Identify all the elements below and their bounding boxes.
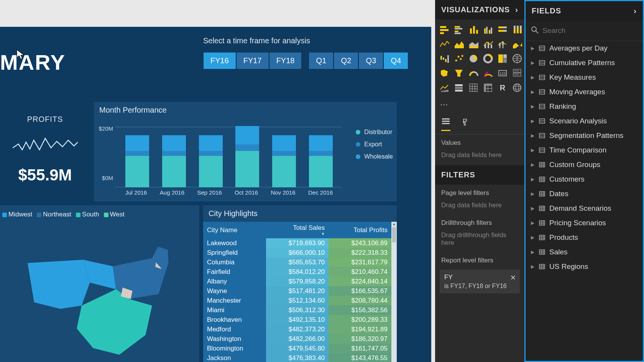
waterfall-icon[interactable] (438, 52, 450, 65)
table-row[interactable]: Fairfield$584,012.20$210,460.74 (203, 267, 391, 277)
card-icon[interactable]: 123 (496, 67, 509, 79)
field-demand-scenarios[interactable]: ▶Demand Scenarios (526, 201, 643, 216)
line-clustered-icon[interactable] (482, 38, 494, 50)
field-sales[interactable]: ▶Sales (526, 245, 643, 259)
report-canvas[interactable]: MARY Select a time frame for analysis FY… (0, 0, 435, 362)
treemap-icon[interactable] (496, 52, 509, 65)
legend-item[interactable]: Export (356, 141, 393, 148)
scroll-thumb[interactable] (392, 227, 396, 242)
kpi-icon[interactable] (438, 82, 450, 94)
column-header[interactable]: Total Sales▼ (266, 222, 329, 238)
stacked-bar-icon[interactable] (438, 23, 450, 36)
filled-map-icon[interactable] (438, 67, 450, 79)
scroll-up-icon[interactable]: ▲ (391, 222, 397, 227)
slicer-q4[interactable]: Q4 (383, 52, 408, 69)
scatter-icon[interactable] (453, 52, 465, 65)
table-row[interactable]: Jackson$476,383.40$143,476.55 (203, 353, 391, 362)
field-pricing-scenarios[interactable]: ▶Pricing Scenarios (526, 216, 643, 230)
line-stacked-icon[interactable] (496, 38, 509, 50)
slicer-fy16[interactable]: FY16 (203, 52, 236, 69)
page-filters-drop[interactable]: Drag data fields here (435, 199, 524, 215)
fields-search[interactable] (526, 21, 643, 41)
fields-search-input[interactable] (542, 26, 637, 35)
table-row[interactable]: Lakewood$719,693.90$243,106.89 (203, 238, 391, 248)
table-row[interactable]: Albany$579,858.20$224,840.14 (203, 277, 391, 286)
field-moving-averages[interactable]: ▶Moving Averages (526, 85, 643, 99)
stacked-column-icon[interactable] (467, 23, 480, 36)
field-averages-per-day[interactable]: ▶Averages per Day (526, 41, 643, 56)
slicer-fy17[interactable]: FY17 (236, 52, 269, 69)
filters-header[interactable]: FILTERS (435, 165, 524, 185)
arc-icon[interactable] (482, 67, 494, 79)
table-row[interactable]: Wayne$517,481.20$166,535.67 (203, 286, 391, 296)
visualizations-header[interactable]: VISUALIZATIONS › (435, 0, 524, 20)
column-header[interactable]: Total Profits (329, 222, 391, 238)
r-visual-icon[interactable]: R (496, 82, 509, 94)
field-customers[interactable]: ▶Customers (526, 172, 643, 187)
city-table[interactable]: City NameTotal Sales▼Total Profits Lakew… (203, 222, 391, 362)
field-dates[interactable]: ▶Dates (526, 187, 643, 201)
table-icon[interactable] (467, 82, 480, 94)
field-cumulative-patterns[interactable]: ▶Cumulative Patterns (526, 56, 643, 70)
field-custom-groups[interactable]: ▶Custom Groups (526, 157, 643, 172)
gauge-icon[interactable] (467, 67, 480, 79)
profits-card[interactable]: PROFITS $55.9M (0, 103, 90, 192)
field-segmentation-patterns[interactable]: ▶Segmentation Patterns (526, 128, 643, 143)
more-visuals-button[interactable]: … (435, 98, 524, 112)
chevron-right-icon[interactable]: › (634, 7, 637, 15)
field-key-measures[interactable]: ▶Key Measures (526, 70, 643, 85)
map-legend-item[interactable]: South (76, 211, 99, 218)
field-products[interactable]: ▶Products (526, 230, 643, 245)
drillthrough-filters-drop[interactable]: Drag drillthrough fields here (435, 229, 524, 252)
arcgis-icon[interactable] (511, 82, 523, 94)
fields-header[interactable]: FIELDS › (526, 1, 643, 21)
ribbon-icon[interactable] (511, 38, 523, 50)
values-well-drop[interactable]: Drag data fields here (435, 149, 524, 165)
stacked-area-icon[interactable] (467, 38, 480, 50)
fields-tab[interactable] (441, 115, 450, 131)
legend-item[interactable]: Distributor (356, 129, 393, 136)
donut-icon[interactable] (482, 52, 494, 65)
map-card[interactable]: MidwestNortheastSouthWest (0, 205, 199, 362)
legend-item[interactable]: Wholesale (356, 153, 393, 160)
table-scrollbar[interactable]: ▲ ▼ (391, 222, 397, 362)
line-icon[interactable] (438, 38, 450, 50)
matrix-icon[interactable] (482, 82, 494, 94)
table-row[interactable]: Springfield$666,000.10$222,318.33 (203, 248, 391, 257)
field-scenario-analysis[interactable]: ▶Scenario Analysis (526, 114, 643, 128)
table-row[interactable]: Columbia$585,653.70$231,617.79 (203, 257, 391, 267)
table-row[interactable]: Miami$506,312.30$156,382.56 (203, 305, 391, 315)
report-page[interactable]: MARY Select a time frame for analysis FY… (0, 27, 431, 362)
format-tab[interactable] (461, 115, 470, 131)
slicer-fy18[interactable]: FY18 (269, 52, 302, 69)
map-legend-item[interactable]: Midwest (2, 211, 32, 218)
table-row[interactable]: Washington$482,266.00$186,320.97 (203, 334, 391, 344)
field-ranking[interactable]: ▶Ranking (526, 99, 643, 114)
slicer-q3[interactable]: Q3 (358, 52, 383, 69)
slicer-icon[interactable] (453, 82, 465, 94)
pie-icon[interactable] (467, 52, 480, 65)
column-header[interactable]: City Name (203, 222, 266, 238)
table-row[interactable]: Medford$482,373.20$194,921.89 (203, 324, 391, 334)
clustered-column-icon[interactable] (482, 23, 494, 36)
filter-card-close-icon[interactable]: ✕ (510, 274, 516, 282)
clustered-bar-icon[interactable] (453, 23, 465, 36)
slicer-q2[interactable]: Q2 (334, 52, 358, 69)
slicer-q1[interactable]: Q1 (309, 52, 334, 69)
table-row[interactable]: Manchester$512,134.60$208,780.44 (203, 296, 391, 305)
multi-row-card-icon[interactable] (511, 67, 523, 79)
field-us-regions[interactable]: ▶US Regions (526, 259, 643, 274)
month-performance-chart[interactable]: Month Performance $20M $0M Jul 2016Aug 2… (94, 102, 397, 201)
stacked-column-100-icon[interactable] (511, 23, 523, 36)
funnel-icon[interactable] (453, 67, 465, 79)
us-map[interactable] (0, 224, 199, 361)
table-row[interactable]: Brookhaven$492,135.10$200,289.33 (203, 315, 391, 324)
map-legend-item[interactable]: Northeast (37, 211, 71, 218)
area-icon[interactable] (453, 38, 465, 50)
map-icon[interactable] (511, 52, 523, 65)
table-row[interactable]: Bloomington$479,545.80$161,747.05 (203, 344, 391, 353)
filter-card-fy[interactable]: FY is FY17, FY18 or FY16 ✕ (440, 270, 520, 293)
chevron-right-icon[interactable]: › (515, 5, 518, 14)
city-highlights-card[interactable]: City Highlights City NameTotal Sales▼Tot… (203, 205, 397, 362)
field-time-comparison[interactable]: ▶Time Comparison (526, 143, 643, 157)
